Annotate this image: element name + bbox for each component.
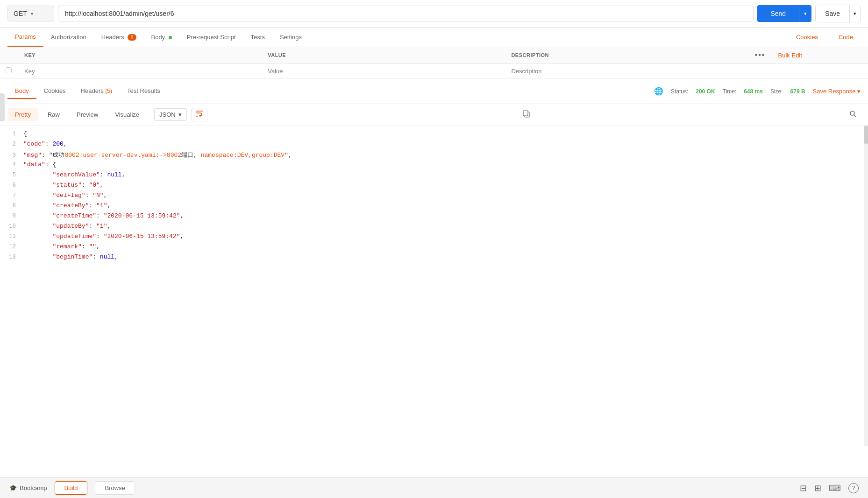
format-raw-button[interactable]: Raw	[40, 108, 67, 121]
wrap-button[interactable]	[192, 108, 207, 121]
code-line-6: 6 "status": "0",	[0, 181, 868, 191]
response-tab-headers[interactable]: Headers (5)	[73, 84, 120, 99]
response-headers-badge: (5)	[105, 88, 112, 94]
headers-badge: 8	[128, 34, 136, 41]
response-tabs: Body Cookies Headers (5) Test Results	[7, 84, 168, 99]
scrollbar-track[interactable]	[864, 126, 868, 446]
code-area: 1 { 2 "code": 200, 3 "msg": "成功8002:user…	[0, 126, 868, 446]
more-options-button[interactable]: •••	[755, 51, 766, 59]
svg-point-2	[850, 111, 854, 115]
method-chevron-icon: ▾	[31, 11, 33, 16]
side-handle[interactable]	[0, 93, 5, 121]
scrollbar-thumb[interactable]	[864, 126, 868, 144]
response-header: Body Cookies Headers (5) Test Results 🌐 …	[0, 79, 868, 104]
desc-col-header: DESCRIPTION	[505, 47, 749, 63]
code-line-2: 2 "code": 200,	[0, 140, 868, 150]
tab-params[interactable]: Params	[7, 28, 43, 47]
send-button[interactable]: Send	[757, 5, 799, 22]
tab-headers[interactable]: Headers 8	[94, 28, 144, 46]
layout-icon[interactable]: ⊟	[800, 483, 807, 493]
code-line-12: 12 "remark": "",	[0, 242, 868, 253]
format-chevron-icon: ▾	[178, 111, 182, 118]
svg-rect-1	[523, 111, 528, 116]
url-input[interactable]	[58, 6, 754, 21]
send-btn-group: Send ▾	[757, 5, 811, 22]
code-line-10: 10 "updateBy": "1",	[0, 222, 868, 232]
response-tab-cookies[interactable]: Cookies	[36, 84, 73, 99]
format-type-select[interactable]: JSON ▾	[154, 108, 187, 121]
format-visualize-button[interactable]: Visualize	[107, 108, 147, 121]
build-button[interactable]: Build	[55, 481, 88, 495]
format-preview-button[interactable]: Preview	[69, 108, 106, 121]
code-line-1: 1 {	[0, 129, 868, 140]
split-icon[interactable]: ⊞	[814, 483, 821, 493]
globe-icon[interactable]: 🌐	[654, 87, 663, 96]
size-value: 679 B	[790, 88, 805, 95]
method-select[interactable]: GET ▾	[7, 6, 54, 21]
code-line-8: 8 "createBy": "1",	[0, 201, 868, 211]
time-value: 648 ms	[744, 88, 763, 95]
value-col-header: VALUE	[262, 47, 505, 63]
params-section: KEY VALUE DESCRIPTION ••• Bulk Edit	[0, 47, 868, 79]
save-response-button[interactable]: Save Response ▾	[813, 88, 861, 95]
code-line-4: 4 "data": {	[0, 160, 868, 170]
code-line-7: 7 "delFlag": "N",	[0, 191, 868, 201]
bootcamp-button[interactable]: 🎓 Bootcamp	[9, 484, 47, 491]
value-input[interactable]	[268, 68, 500, 75]
body-dot-icon	[169, 36, 172, 39]
description-input[interactable]	[511, 68, 743, 75]
table-row	[0, 63, 868, 79]
code-line-5: 5 "searchValue": null,	[0, 170, 868, 181]
browse-button[interactable]: Browse	[95, 481, 135, 495]
keyboard-icon[interactable]: ⌨	[829, 483, 841, 493]
status-value: 200 OK	[696, 88, 715, 95]
code-line-3: 3 "msg": "成功8002:user-server-dev.yaml:->…	[0, 150, 868, 160]
tab-pre-request[interactable]: Pre-request Script	[179, 28, 243, 46]
key-input[interactable]	[24, 68, 256, 75]
row-checkbox[interactable]	[6, 67, 12, 73]
bulk-edit-button[interactable]: Bulk Edit	[778, 52, 802, 59]
key-col-header: KEY	[19, 47, 262, 63]
tab-authorization[interactable]: Authorization	[43, 28, 94, 46]
tab-settings[interactable]: Settings	[272, 28, 309, 46]
method-label: GET	[14, 10, 27, 17]
code-line-11: 11 "updateTime": "2020-06-15 13:59:42",	[0, 232, 868, 242]
bootcamp-icon: 🎓	[9, 484, 17, 491]
tab-cookies[interactable]: Cookies	[789, 28, 825, 46]
format-bar: Pretty Raw Preview Visualize JSON ▾	[0, 104, 868, 126]
status-info: 🌐 Status: 200 OK Time: 648 ms Size: 679 …	[654, 87, 861, 96]
code-line-9: 9 "createTime": "2020-06-15 13:59:42",	[0, 211, 868, 222]
search-button[interactable]	[846, 108, 861, 121]
format-pretty-button[interactable]: Pretty	[7, 108, 38, 121]
save-btn-group: Save ▾	[815, 5, 861, 22]
help-icon[interactable]: ?	[848, 483, 859, 493]
copy-button[interactable]	[519, 108, 534, 121]
response-tab-test-results[interactable]: Test Results	[120, 84, 168, 99]
url-bar: GET ▾ Send ▾ Save ▾	[0, 0, 868, 28]
code-line-13: 13 "beginTime": null,	[0, 253, 868, 263]
send-dropdown-button[interactable]: ▾	[799, 5, 811, 22]
tab-code[interactable]: Code	[831, 28, 861, 46]
tab-body[interactable]: Body	[144, 28, 179, 46]
save-button[interactable]: Save	[816, 5, 849, 22]
request-tab-bar: Params Authorization Headers 8 Body Pre-…	[0, 28, 868, 47]
tab-tests[interactable]: Tests	[243, 28, 272, 46]
save-dropdown-button[interactable]: ▾	[849, 5, 860, 22]
response-tab-body[interactable]: Body	[7, 84, 36, 99]
tab-right-group: Cookies Code	[789, 28, 861, 46]
bottom-bar: 🎓 Bootcamp Build Browse ⊟ ⊞ ⌨ ?	[0, 477, 868, 498]
bottom-icons: ⊟ ⊞ ⌨ ?	[800, 483, 859, 493]
